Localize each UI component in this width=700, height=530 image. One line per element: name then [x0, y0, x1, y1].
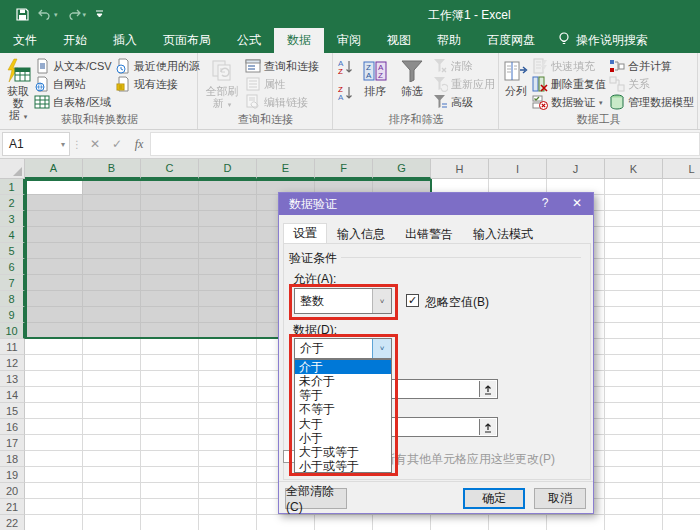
cell-A14[interactable] [25, 387, 83, 403]
cell-C1[interactable] [141, 179, 199, 195]
cell-C6[interactable] [141, 259, 199, 275]
customize-qat-icon[interactable] [95, 10, 104, 19]
cell-A8[interactable] [25, 291, 83, 307]
cell-L7[interactable] [663, 275, 700, 291]
cell-A13[interactable] [25, 371, 83, 387]
cell-A15[interactable] [25, 403, 83, 419]
ribbon-tab-9[interactable]: 帮助 [424, 28, 474, 53]
cell-B13[interactable] [83, 371, 141, 387]
cell-C22[interactable] [141, 515, 199, 530]
row-header-5[interactable]: 5 [0, 243, 25, 259]
cell-C19[interactable] [141, 467, 199, 483]
cell-L4[interactable] [663, 227, 700, 243]
cell-C13[interactable] [141, 371, 199, 387]
cell-D11[interactable] [199, 339, 257, 355]
cell-A9[interactable] [25, 307, 83, 323]
sort-desc-button[interactable]: ZA [337, 85, 355, 102]
cell-D1[interactable] [199, 179, 257, 195]
cell-B22[interactable] [83, 515, 141, 530]
ribbon-tab-7[interactable]: 审阅 [324, 28, 374, 53]
ribbon-button[interactable]: 自网站 [34, 76, 112, 93]
cell-B7[interactable] [83, 275, 141, 291]
dialog-close-button[interactable]: ✕ [569, 196, 585, 210]
cell-K17[interactable] [605, 435, 663, 451]
cell-K21[interactable] [605, 499, 663, 515]
row-header-13[interactable]: 13 [0, 371, 25, 387]
ribbon-button[interactable]: 数据验证▾ [532, 94, 606, 111]
cell-A11[interactable] [25, 339, 83, 355]
cell-K16[interactable] [605, 419, 663, 435]
ribbon-button[interactable]: 管理数据模型 [609, 94, 694, 111]
cell-A3[interactable] [25, 211, 83, 227]
ribbon-tab-1[interactable]: 文件 [0, 28, 50, 53]
cell-D14[interactable] [199, 387, 257, 403]
cell-L19[interactable] [663, 467, 700, 483]
column-header-G[interactable]: G [373, 159, 431, 179]
cell-L14[interactable] [663, 387, 700, 403]
ok-button[interactable]: 确定 [463, 488, 525, 509]
dropdown-arrow-icon[interactable]: ▾ [599, 99, 603, 107]
cell-H22[interactable] [431, 515, 489, 530]
cell-E22[interactable] [257, 515, 315, 530]
sort-asc-button[interactable]: AZ [337, 59, 355, 76]
data-dropdown[interactable]: 介于 ˅ [294, 338, 392, 359]
row-header-21[interactable]: 21 [0, 499, 25, 515]
row-header-15[interactable]: 15 [0, 403, 25, 419]
cell-L22[interactable] [663, 515, 700, 530]
cell-G22[interactable] [373, 515, 431, 530]
cell-D13[interactable] [199, 371, 257, 387]
cell-B17[interactable] [83, 435, 141, 451]
ribbon-button[interactable]: 合并计算 [609, 58, 694, 75]
formula-input[interactable] [150, 132, 700, 156]
cell-B10[interactable] [83, 323, 141, 339]
cell-K14[interactable] [605, 387, 663, 403]
cell-D17[interactable] [199, 435, 257, 451]
ribbon-tab-3[interactable]: 插入 [100, 28, 150, 53]
clear-all-button[interactable]: 全部清除(C) [285, 488, 347, 509]
cell-D12[interactable] [199, 355, 257, 371]
cell-A22[interactable] [25, 515, 83, 530]
cell-A6[interactable] [25, 259, 83, 275]
column-header-K[interactable]: K [605, 159, 663, 179]
cell-L5[interactable] [663, 243, 700, 259]
tell-me-search[interactable]: 操作说明搜索 [548, 28, 658, 53]
cell-C11[interactable] [141, 339, 199, 355]
cell-L3[interactable] [663, 211, 700, 227]
cell-L17[interactable] [663, 435, 700, 451]
dialog-tab-1[interactable]: 设置 [283, 223, 327, 244]
cell-A12[interactable] [25, 355, 83, 371]
cell-C14[interactable] [141, 387, 199, 403]
cell-L21[interactable] [663, 499, 700, 515]
ribbon-button[interactable]: 最近使用的源 [115, 58, 200, 75]
cell-A10[interactable] [25, 323, 83, 339]
cell-L10[interactable] [663, 323, 700, 339]
column-header-I[interactable]: I [489, 159, 547, 179]
column-header-H[interactable]: H [431, 159, 489, 179]
ribbon-button[interactable]: 现有连接 [115, 76, 200, 93]
cell-K11[interactable] [605, 339, 663, 355]
cell-B11[interactable] [83, 339, 141, 355]
data-option-8[interactable]: 小于或等于 [295, 460, 391, 473]
ribbon-button[interactable]: 删除重复值 [532, 76, 606, 93]
column-header-C[interactable]: C [141, 159, 199, 179]
cell-K3[interactable] [605, 211, 663, 227]
cell-C2[interactable] [141, 195, 199, 211]
ribbon-tab-8[interactable]: 视图 [374, 28, 424, 53]
cell-L9[interactable] [663, 307, 700, 323]
cell-A7[interactable] [25, 275, 83, 291]
cell-D15[interactable] [199, 403, 257, 419]
cell-F22[interactable] [315, 515, 373, 530]
ribbon-button[interactable]: 分列 [503, 56, 529, 97]
cancel-entry-icon[interactable]: ✕ [84, 130, 106, 158]
cell-L11[interactable] [663, 339, 700, 355]
cell-K15[interactable] [605, 403, 663, 419]
cell-L18[interactable] [663, 451, 700, 467]
cell-D7[interactable] [199, 275, 257, 291]
cell-B1[interactable] [83, 179, 141, 195]
cell-K10[interactable] [605, 323, 663, 339]
ribbon-button[interactable]: 高级 [432, 94, 495, 111]
cell-J22[interactable] [547, 515, 605, 530]
cell-C15[interactable] [141, 403, 199, 419]
cell-D10[interactable] [199, 323, 257, 339]
cell-C21[interactable] [141, 499, 199, 515]
